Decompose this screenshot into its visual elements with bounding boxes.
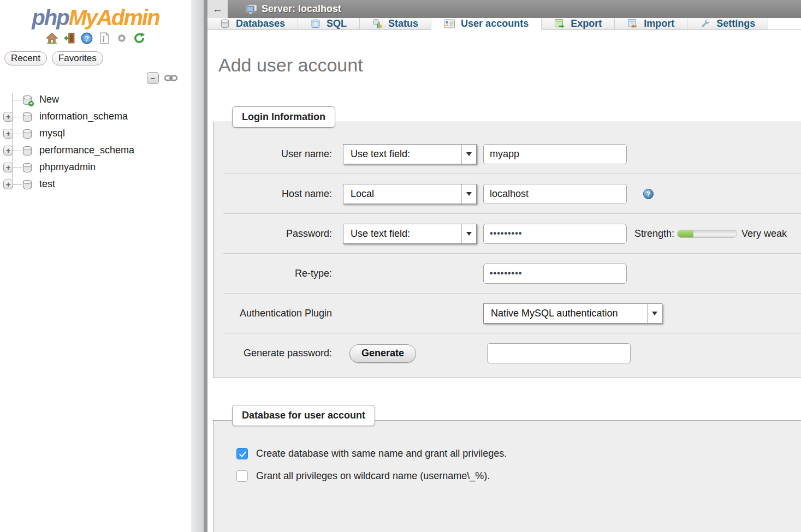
back-arrow-button[interactable]: ←	[207, 0, 228, 18]
export-icon	[554, 19, 565, 29]
database-for-user-account-fieldset: Database for user account Create databas…	[213, 420, 801, 532]
tree-item-label[interactable]: test	[39, 178, 55, 190]
quick-access-buttons: Recent Favorites	[4, 51, 191, 65]
database-icon	[22, 111, 33, 123]
generated-password-input[interactable]	[487, 343, 631, 363]
tab-import[interactable]: Import	[615, 18, 687, 29]
tree-item-mysql[interactable]: + mysql	[0, 125, 191, 142]
tab-label: Databases	[236, 18, 285, 29]
page-content: Add user account Login Information User …	[207, 30, 801, 532]
login-information-fieldset: Login Information User name: Use text fi…	[213, 122, 801, 378]
create-database-checkbox[interactable]	[236, 448, 248, 459]
logo-myadmin: MyAdmin	[69, 5, 159, 29]
sidebar-resize-handle[interactable]	[204, 0, 207, 532]
tree-stub	[12, 100, 22, 100]
phpmyadmin-logo[interactable]: phpMyAdmin	[0, 5, 191, 29]
tree-item-test[interactable]: + test	[0, 176, 191, 193]
grant-wildcard-label: Grant all privileges on wildcard name (u…	[256, 470, 490, 482]
tab-databases[interactable]: Databases	[207, 18, 298, 29]
refresh-icon[interactable]	[133, 32, 146, 45]
create-database-checkbox-row[interactable]: Create database with same name and grant…	[236, 448, 801, 459]
generate-password-label: Generate password:	[223, 348, 343, 359]
retype-password-input[interactable]	[483, 264, 627, 284]
tab-user-accounts[interactable]: User accounts	[431, 18, 542, 30]
tab-export[interactable]: Export	[542, 18, 615, 29]
tree-item-label[interactable]: phpmyadmin	[39, 162, 96, 173]
password-strength: Strength: Very weak	[634, 228, 787, 240]
settings-icon[interactable]	[115, 32, 128, 45]
generate-password-row: Generate password: Generate	[223, 333, 801, 373]
tree-stub	[12, 184, 22, 185]
sql-icon	[311, 19, 321, 29]
tree-item-label[interactable]: New	[39, 94, 59, 105]
chevron-down-icon	[461, 184, 476, 204]
tree-item-label[interactable]: performance_schema	[39, 145, 134, 156]
hostname-label: Host name:	[223, 188, 343, 200]
server-breadcrumb-bar: ← Server: localhost	[207, 0, 801, 18]
username-input[interactable]	[483, 144, 627, 164]
docs-icon[interactable]	[98, 32, 111, 45]
user-accounts-icon	[444, 19, 455, 28]
tree-item-label[interactable]: mysql	[39, 128, 65, 139]
grant-wildcard-checkbox-row[interactable]: Grant all privileges on wildcard name (u…	[236, 470, 801, 482]
hostname-type-select[interactable]: Local	[343, 184, 477, 204]
tab-label: Export	[571, 18, 602, 29]
server-breadcrumb: Server: localhost	[246, 3, 341, 15]
database-icon	[22, 145, 33, 157]
home-icon[interactable]	[45, 32, 58, 45]
create-database-label: Create database with same name and grant…	[256, 448, 507, 459]
main-panel: ← Server: localhost Databases SQL	[207, 0, 801, 532]
tree-panel-buttons: −	[0, 72, 177, 84]
tab-label: Settings	[716, 18, 755, 29]
select-value: Use text field:	[351, 228, 410, 240]
hostname-row: Host name: Local ?	[223, 174, 801, 214]
tree-item-new-database[interactable]: + New	[0, 92, 191, 109]
chevron-down-icon	[461, 224, 476, 243]
tab-label: Import	[644, 18, 674, 29]
password-input[interactable]	[483, 224, 627, 244]
generate-button[interactable]: Generate	[349, 344, 416, 363]
top-tab-bar: Databases SQL Status User accounts	[207, 18, 801, 30]
favorite-tables-button[interactable]: Favorites	[52, 51, 103, 65]
import-icon	[627, 19, 638, 29]
collapse-all-icon[interactable]: −	[147, 72, 159, 84]
sidebar-edge-gradient	[191, 0, 204, 532]
tree-stub	[12, 151, 22, 151]
strength-label: Strength:	[634, 228, 674, 240]
recent-tables-button[interactable]: Recent	[4, 51, 47, 65]
hostname-help-icon[interactable]: ?	[643, 189, 654, 199]
password-label: Password:	[223, 228, 343, 240]
tree-stub	[12, 117, 22, 117]
database-icon	[22, 162, 33, 174]
strength-meter-fill	[678, 230, 693, 237]
select-value: Native MySQL authentication	[491, 308, 618, 319]
tree-item-label[interactable]: information_schema	[39, 111, 128, 122]
tree-item-information-schema[interactable]: + information_schema	[0, 109, 191, 125]
database-for-user-account-legend: Database for user account	[232, 405, 375, 426]
phpmyadmin-app: phpMyAdmin ? Recent Favorites	[0, 0, 801, 532]
tree-stub	[12, 134, 22, 134]
tab-label: SQL	[327, 18, 347, 29]
tab-status[interactable]: Status	[360, 18, 431, 29]
link-with-main-panel-icon[interactable]	[164, 74, 177, 82]
password-type-select[interactable]: Use text field:	[343, 224, 477, 244]
tab-sql[interactable]: SQL	[298, 18, 360, 29]
server-title-text: Server: localhost	[262, 3, 341, 15]
auth-plugin-select[interactable]: Native MySQL authentication	[483, 303, 662, 324]
tree-item-performance-schema[interactable]: + performance_schema	[0, 142, 191, 159]
login-information-legend: Login Information	[232, 106, 335, 128]
database-icon	[22, 128, 33, 140]
chevron-down-icon	[461, 145, 476, 164]
tab-settings[interactable]: Settings	[687, 18, 768, 29]
logout-icon[interactable]	[63, 32, 76, 45]
server-icon	[246, 4, 258, 15]
username-type-select[interactable]: Use text field:	[343, 144, 477, 164]
wrench-icon	[700, 19, 710, 29]
tree-stub	[12, 168, 22, 168]
tree-item-phpmyadmin[interactable]: + phpmyadmin	[0, 159, 191, 176]
grant-wildcard-checkbox[interactable]	[236, 470, 248, 482]
hostname-input[interactable]	[483, 184, 627, 204]
status-icon	[372, 19, 382, 29]
auth-plugin-label: Authentication Plugin	[223, 308, 343, 319]
help-icon[interactable]: ?	[80, 32, 93, 45]
